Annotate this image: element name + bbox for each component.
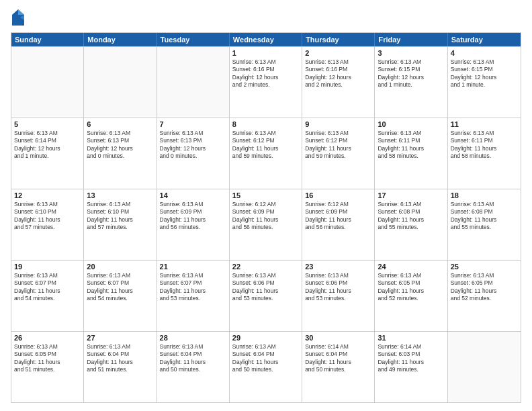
calendar-cell: 9Sunrise: 6:13 AM Sunset: 6:12 PM Daylig…	[302, 118, 375, 189]
cell-day-number: 22	[232, 263, 299, 271]
svg-marker-1	[18, 9, 24, 15]
calendar-cell: 10Sunrise: 6:13 AM Sunset: 6:11 PM Dayli…	[375, 118, 447, 189]
calendar-cell: 12Sunrise: 6:13 AM Sunset: 6:10 PM Dayli…	[11, 189, 84, 260]
cell-day-number: 18	[451, 191, 518, 199]
calendar-cell: 4Sunrise: 6:13 AM Sunset: 6:15 PM Daylig…	[448, 47, 521, 118]
cell-day-number: 19	[14, 263, 81, 271]
calendar-cell: 24Sunrise: 6:13 AM Sunset: 6:05 PM Dayli…	[375, 261, 447, 331]
calendar-cell: 6Sunrise: 6:13 AM Sunset: 6:13 PM Daylig…	[84, 118, 157, 189]
calendar-cell: 17Sunrise: 6:13 AM Sunset: 6:08 PM Dayli…	[375, 189, 447, 260]
calendar-row-3: 12Sunrise: 6:13 AM Sunset: 6:10 PM Dayli…	[11, 189, 521, 260]
cell-info: Sunrise: 6:13 AM Sunset: 6:16 PM Dayligh…	[305, 58, 371, 89]
day-header-thursday: Thursday	[302, 33, 375, 46]
calendar-header: SundayMondayTuesdayWednesdayThursdayFrid…	[11, 33, 521, 46]
cell-info: Sunrise: 6:13 AM Sunset: 6:15 PM Dayligh…	[451, 58, 518, 89]
calendar-row-5: 26Sunrise: 6:13 AM Sunset: 6:05 PM Dayli…	[11, 331, 521, 402]
cell-info: Sunrise: 6:13 AM Sunset: 6:10 PM Dayligh…	[87, 201, 153, 232]
cell-info: Sunrise: 6:13 AM Sunset: 6:13 PM Dayligh…	[160, 130, 226, 161]
cell-info: Sunrise: 6:13 AM Sunset: 6:13 PM Dayligh…	[87, 130, 153, 161]
cell-info: Sunrise: 6:13 AM Sunset: 6:11 PM Dayligh…	[378, 130, 444, 161]
calendar-cell: 23Sunrise: 6:13 AM Sunset: 6:06 PM Dayli…	[302, 261, 375, 331]
calendar-cell: 27Sunrise: 6:13 AM Sunset: 6:04 PM Dayli…	[84, 332, 157, 402]
cell-info: Sunrise: 6:13 AM Sunset: 6:06 PM Dayligh…	[232, 272, 299, 303]
cell-day-number: 17	[378, 191, 444, 199]
calendar-cell: 29Sunrise: 6:13 AM Sunset: 6:04 PM Dayli…	[230, 332, 302, 402]
day-header-friday: Friday	[375, 33, 447, 46]
calendar-cell: 19Sunrise: 6:13 AM Sunset: 6:07 PM Dayli…	[11, 261, 84, 331]
cell-day-number: 23	[305, 263, 371, 271]
page-header	[11, 8, 521, 27]
calendar-cell: 7Sunrise: 6:13 AM Sunset: 6:13 PM Daylig…	[157, 118, 230, 189]
calendar-cell: 14Sunrise: 6:13 AM Sunset: 6:09 PM Dayli…	[157, 189, 230, 260]
calendar-cell: 15Sunrise: 6:12 AM Sunset: 6:09 PM Dayli…	[230, 189, 302, 260]
cell-day-number: 15	[232, 191, 299, 199]
calendar-cell: 28Sunrise: 6:13 AM Sunset: 6:04 PM Dayli…	[157, 332, 230, 402]
calendar-cell	[448, 332, 521, 402]
day-header-tuesday: Tuesday	[157, 33, 230, 46]
cell-day-number: 7	[160, 120, 226, 128]
calendar-cell: 8Sunrise: 6:13 AM Sunset: 6:12 PM Daylig…	[230, 118, 302, 189]
cell-day-number: 25	[451, 263, 518, 271]
calendar-cell: 5Sunrise: 6:13 AM Sunset: 6:14 PM Daylig…	[11, 118, 84, 189]
cell-day-number: 12	[14, 191, 81, 199]
calendar-cell: 25Sunrise: 6:13 AM Sunset: 6:05 PM Dayli…	[448, 261, 521, 331]
day-header-sunday: Sunday	[11, 33, 84, 46]
cell-info: Sunrise: 6:14 AM Sunset: 6:04 PM Dayligh…	[305, 343, 371, 374]
cell-day-number: 4	[451, 49, 518, 57]
cell-info: Sunrise: 6:13 AM Sunset: 6:14 PM Dayligh…	[14, 130, 81, 161]
cell-info: Sunrise: 6:13 AM Sunset: 6:09 PM Dayligh…	[160, 201, 226, 232]
day-header-saturday: Saturday	[448, 33, 521, 46]
cell-info: Sunrise: 6:13 AM Sunset: 6:12 PM Dayligh…	[305, 130, 371, 161]
cell-info: Sunrise: 6:13 AM Sunset: 6:07 PM Dayligh…	[160, 272, 226, 303]
cell-day-number: 14	[160, 191, 226, 199]
calendar-cell: 22Sunrise: 6:13 AM Sunset: 6:06 PM Dayli…	[230, 261, 302, 331]
calendar-row-2: 5Sunrise: 6:13 AM Sunset: 6:14 PM Daylig…	[11, 118, 521, 189]
calendar-cell	[84, 47, 157, 118]
cell-day-number: 16	[305, 191, 371, 199]
cell-day-number: 29	[232, 334, 299, 342]
calendar-cell: 11Sunrise: 6:13 AM Sunset: 6:11 PM Dayli…	[448, 118, 521, 189]
calendar-cell: 26Sunrise: 6:13 AM Sunset: 6:05 PM Dayli…	[11, 332, 84, 402]
cell-info: Sunrise: 6:13 AM Sunset: 6:10 PM Dayligh…	[14, 201, 81, 232]
cell-day-number: 11	[451, 120, 518, 128]
cell-info: Sunrise: 6:13 AM Sunset: 6:05 PM Dayligh…	[451, 272, 518, 303]
cell-info: Sunrise: 6:13 AM Sunset: 6:04 PM Dayligh…	[87, 343, 153, 374]
cell-day-number: 21	[160, 263, 226, 271]
calendar-cell: 2Sunrise: 6:13 AM Sunset: 6:16 PM Daylig…	[302, 47, 375, 118]
day-header-wednesday: Wednesday	[230, 33, 302, 46]
logo-icon	[11, 8, 26, 27]
cell-day-number: 2	[305, 49, 371, 57]
cell-day-number: 24	[378, 263, 444, 271]
calendar-cell: 21Sunrise: 6:13 AM Sunset: 6:07 PM Dayli…	[157, 261, 230, 331]
day-header-monday: Monday	[84, 33, 157, 46]
calendar-cell	[157, 47, 230, 118]
cell-day-number: 20	[87, 263, 153, 271]
cell-day-number: 9	[305, 120, 371, 128]
cell-info: Sunrise: 6:13 AM Sunset: 6:04 PM Dayligh…	[160, 343, 226, 374]
cell-day-number: 5	[14, 120, 81, 128]
calendar-cell: 31Sunrise: 6:14 AM Sunset: 6:03 PM Dayli…	[375, 332, 447, 402]
cell-day-number: 8	[232, 120, 299, 128]
cell-info: Sunrise: 6:13 AM Sunset: 6:08 PM Dayligh…	[451, 201, 518, 232]
cell-info: Sunrise: 6:13 AM Sunset: 6:16 PM Dayligh…	[232, 58, 299, 89]
cell-day-number: 13	[87, 191, 153, 199]
calendar-cell: 3Sunrise: 6:13 AM Sunset: 6:15 PM Daylig…	[375, 47, 447, 118]
calendar: SundayMondayTuesdayWednesdayThursdayFrid…	[11, 32, 521, 403]
cell-info: Sunrise: 6:13 AM Sunset: 6:08 PM Dayligh…	[378, 201, 444, 232]
calendar-cell	[11, 47, 84, 118]
cell-info: Sunrise: 6:13 AM Sunset: 6:11 PM Dayligh…	[451, 130, 518, 161]
cell-day-number: 1	[232, 49, 299, 57]
calendar-cell: 13Sunrise: 6:13 AM Sunset: 6:10 PM Dayli…	[84, 189, 157, 260]
cell-day-number: 26	[14, 334, 81, 342]
calendar-cell: 18Sunrise: 6:13 AM Sunset: 6:08 PM Dayli…	[448, 189, 521, 260]
cell-info: Sunrise: 6:13 AM Sunset: 6:05 PM Dayligh…	[378, 272, 444, 303]
cell-day-number: 27	[87, 334, 153, 342]
cell-info: Sunrise: 6:13 AM Sunset: 6:07 PM Dayligh…	[14, 272, 81, 303]
cell-day-number: 31	[378, 334, 444, 342]
calendar-cell: 30Sunrise: 6:14 AM Sunset: 6:04 PM Dayli…	[302, 332, 375, 402]
cell-info: Sunrise: 6:13 AM Sunset: 6:05 PM Dayligh…	[14, 343, 81, 374]
cell-info: Sunrise: 6:13 AM Sunset: 6:04 PM Dayligh…	[232, 343, 299, 374]
cell-day-number: 28	[160, 334, 226, 342]
cell-day-number: 3	[378, 49, 444, 57]
calendar-body: 1Sunrise: 6:13 AM Sunset: 6:16 PM Daylig…	[11, 46, 521, 402]
